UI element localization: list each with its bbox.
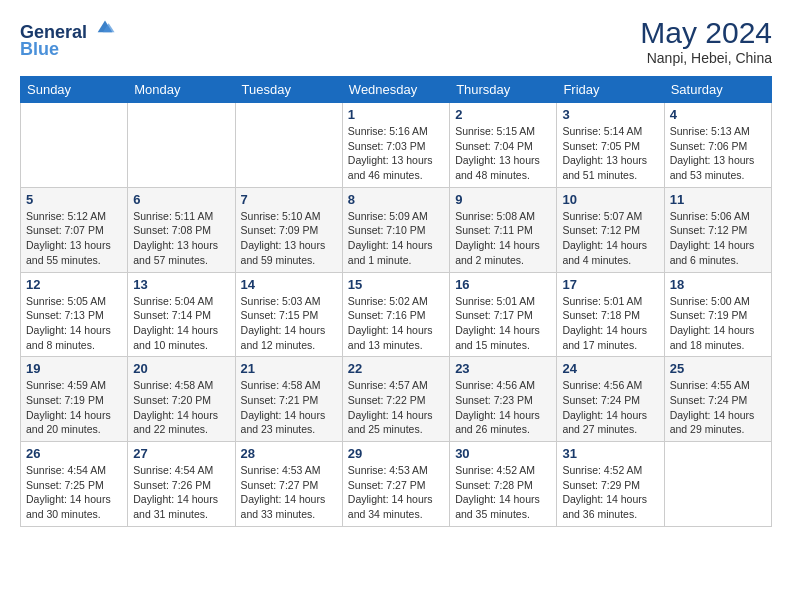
calendar-cell: 19Sunrise: 4:59 AMSunset: 7:19 PMDayligh… [21,357,128,442]
day-number: 12 [26,277,122,292]
calendar-cell: 5Sunrise: 5:12 AMSunset: 7:07 PMDaylight… [21,187,128,272]
calendar-week-row: 1Sunrise: 5:16 AMSunset: 7:03 PMDaylight… [21,103,772,188]
day-number: 11 [670,192,766,207]
day-info: Sunrise: 4:57 AMSunset: 7:22 PMDaylight:… [348,378,444,437]
day-info: Sunrise: 4:58 AMSunset: 7:21 PMDaylight:… [241,378,337,437]
day-number: 15 [348,277,444,292]
header-thursday: Thursday [450,77,557,103]
day-number: 27 [133,446,229,461]
calendar-cell: 20Sunrise: 4:58 AMSunset: 7:20 PMDayligh… [128,357,235,442]
header-sunday: Sunday [21,77,128,103]
header: General Blue May 2024 Nanpi, Hebei, Chin… [20,16,772,66]
logo: General Blue [20,16,116,60]
day-info: Sunrise: 5:12 AMSunset: 7:07 PMDaylight:… [26,209,122,268]
calendar-page: General Blue May 2024 Nanpi, Hebei, Chin… [0,0,792,543]
calendar-cell [21,103,128,188]
day-info: Sunrise: 5:00 AMSunset: 7:19 PMDaylight:… [670,294,766,353]
day-number: 6 [133,192,229,207]
header-saturday: Saturday [664,77,771,103]
calendar-cell: 15Sunrise: 5:02 AMSunset: 7:16 PMDayligh… [342,272,449,357]
day-number: 10 [562,192,658,207]
calendar-table: Sunday Monday Tuesday Wednesday Thursday… [20,76,772,527]
day-info: Sunrise: 5:09 AMSunset: 7:10 PMDaylight:… [348,209,444,268]
calendar-cell: 12Sunrise: 5:05 AMSunset: 7:13 PMDayligh… [21,272,128,357]
day-number: 23 [455,361,551,376]
day-info: Sunrise: 5:02 AMSunset: 7:16 PMDaylight:… [348,294,444,353]
calendar-cell: 22Sunrise: 4:57 AMSunset: 7:22 PMDayligh… [342,357,449,442]
calendar-cell: 3Sunrise: 5:14 AMSunset: 7:05 PMDaylight… [557,103,664,188]
month-year: May 2024 [640,16,772,50]
day-info: Sunrise: 5:13 AMSunset: 7:06 PMDaylight:… [670,124,766,183]
day-info: Sunrise: 4:53 AMSunset: 7:27 PMDaylight:… [241,463,337,522]
day-info: Sunrise: 4:59 AMSunset: 7:19 PMDaylight:… [26,378,122,437]
header-monday: Monday [128,77,235,103]
day-number: 9 [455,192,551,207]
day-number: 13 [133,277,229,292]
day-info: Sunrise: 4:53 AMSunset: 7:27 PMDaylight:… [348,463,444,522]
day-number: 21 [241,361,337,376]
calendar-cell [664,442,771,527]
logo-icon [94,16,116,38]
calendar-cell: 28Sunrise: 4:53 AMSunset: 7:27 PMDayligh… [235,442,342,527]
day-info: Sunrise: 5:08 AMSunset: 7:11 PMDaylight:… [455,209,551,268]
day-info: Sunrise: 5:03 AMSunset: 7:15 PMDaylight:… [241,294,337,353]
day-number: 16 [455,277,551,292]
day-number: 3 [562,107,658,122]
day-number: 1 [348,107,444,122]
calendar-cell: 27Sunrise: 4:54 AMSunset: 7:26 PMDayligh… [128,442,235,527]
calendar-cell: 26Sunrise: 4:54 AMSunset: 7:25 PMDayligh… [21,442,128,527]
calendar-cell: 8Sunrise: 5:09 AMSunset: 7:10 PMDaylight… [342,187,449,272]
calendar-cell: 11Sunrise: 5:06 AMSunset: 7:12 PMDayligh… [664,187,771,272]
day-number: 17 [562,277,658,292]
day-info: Sunrise: 4:52 AMSunset: 7:28 PMDaylight:… [455,463,551,522]
calendar-cell: 24Sunrise: 4:56 AMSunset: 7:24 PMDayligh… [557,357,664,442]
day-info: Sunrise: 4:52 AMSunset: 7:29 PMDaylight:… [562,463,658,522]
day-info: Sunrise: 5:11 AMSunset: 7:08 PMDaylight:… [133,209,229,268]
calendar-cell [235,103,342,188]
calendar-cell: 23Sunrise: 4:56 AMSunset: 7:23 PMDayligh… [450,357,557,442]
calendar-cell: 30Sunrise: 4:52 AMSunset: 7:28 PMDayligh… [450,442,557,527]
day-info: Sunrise: 5:06 AMSunset: 7:12 PMDaylight:… [670,209,766,268]
day-number: 25 [670,361,766,376]
location: Nanpi, Hebei, China [640,50,772,66]
calendar-cell: 29Sunrise: 4:53 AMSunset: 7:27 PMDayligh… [342,442,449,527]
day-number: 26 [26,446,122,461]
day-info: Sunrise: 4:56 AMSunset: 7:23 PMDaylight:… [455,378,551,437]
logo-blue: Blue [20,39,59,60]
day-number: 31 [562,446,658,461]
day-number: 7 [241,192,337,207]
day-number: 24 [562,361,658,376]
day-number: 30 [455,446,551,461]
day-number: 18 [670,277,766,292]
day-number: 19 [26,361,122,376]
calendar-week-row: 19Sunrise: 4:59 AMSunset: 7:19 PMDayligh… [21,357,772,442]
day-info: Sunrise: 5:10 AMSunset: 7:09 PMDaylight:… [241,209,337,268]
day-info: Sunrise: 4:55 AMSunset: 7:24 PMDaylight:… [670,378,766,437]
day-number: 4 [670,107,766,122]
header-wednesday: Wednesday [342,77,449,103]
calendar-cell: 31Sunrise: 4:52 AMSunset: 7:29 PMDayligh… [557,442,664,527]
calendar-cell: 4Sunrise: 5:13 AMSunset: 7:06 PMDaylight… [664,103,771,188]
header-friday: Friday [557,77,664,103]
day-number: 22 [348,361,444,376]
calendar-cell: 6Sunrise: 5:11 AMSunset: 7:08 PMDaylight… [128,187,235,272]
day-info: Sunrise: 5:07 AMSunset: 7:12 PMDaylight:… [562,209,658,268]
day-info: Sunrise: 4:54 AMSunset: 7:25 PMDaylight:… [26,463,122,522]
calendar-cell: 18Sunrise: 5:00 AMSunset: 7:19 PMDayligh… [664,272,771,357]
day-info: Sunrise: 5:04 AMSunset: 7:14 PMDaylight:… [133,294,229,353]
calendar-cell: 14Sunrise: 5:03 AMSunset: 7:15 PMDayligh… [235,272,342,357]
title-section: May 2024 Nanpi, Hebei, China [640,16,772,66]
calendar-cell: 1Sunrise: 5:16 AMSunset: 7:03 PMDaylight… [342,103,449,188]
header-tuesday: Tuesday [235,77,342,103]
calendar-cell: 7Sunrise: 5:10 AMSunset: 7:09 PMDaylight… [235,187,342,272]
day-info: Sunrise: 5:01 AMSunset: 7:18 PMDaylight:… [562,294,658,353]
day-number: 5 [26,192,122,207]
calendar-cell: 9Sunrise: 5:08 AMSunset: 7:11 PMDaylight… [450,187,557,272]
calendar-cell: 10Sunrise: 5:07 AMSunset: 7:12 PMDayligh… [557,187,664,272]
day-number: 28 [241,446,337,461]
calendar-week-row: 12Sunrise: 5:05 AMSunset: 7:13 PMDayligh… [21,272,772,357]
day-number: 20 [133,361,229,376]
calendar-cell: 16Sunrise: 5:01 AMSunset: 7:17 PMDayligh… [450,272,557,357]
day-info: Sunrise: 5:14 AMSunset: 7:05 PMDaylight:… [562,124,658,183]
day-info: Sunrise: 5:01 AMSunset: 7:17 PMDaylight:… [455,294,551,353]
